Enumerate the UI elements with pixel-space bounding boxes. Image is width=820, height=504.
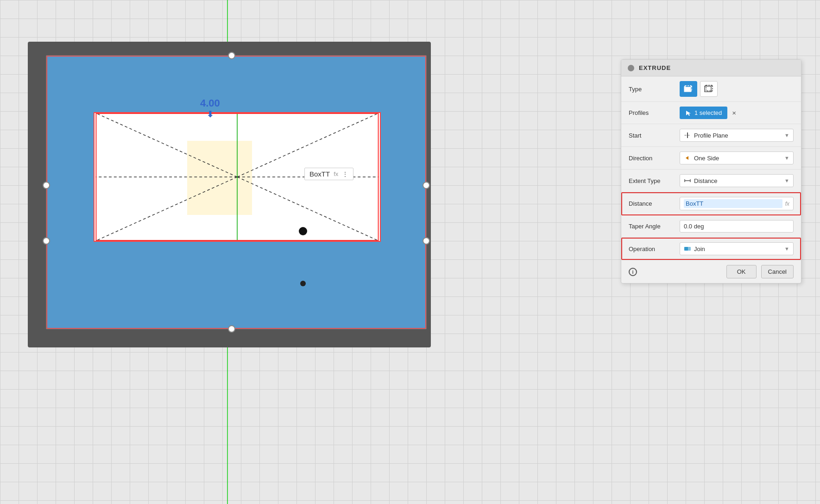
- taper-angle-control: [680, 220, 794, 233]
- type-btn-thin[interactable]: [700, 81, 718, 97]
- join-icon: [684, 245, 691, 252]
- 3d-viewport[interactable]: 4.00 ⬇ BoxTT fx ⋮: [28, 42, 431, 347]
- ok-button[interactable]: OK: [726, 265, 757, 278]
- dimension-arrow-icon: ⬇: [207, 109, 214, 120]
- start-value: Profile Plane: [694, 132, 728, 139]
- type-row: Type: [621, 76, 801, 102]
- svg-marker-25: [686, 156, 688, 160]
- distance-label: Distance: [629, 200, 675, 207]
- 3d-box-outer: 4.00 ⬇ BoxTT fx ⋮: [28, 42, 431, 347]
- direction-control: One Side ▼: [680, 151, 794, 164]
- distance-value-text[interactable]: BoxTT: [684, 199, 782, 208]
- blue-face: 4.00 ⬇ BoxTT fx ⋮: [46, 56, 426, 329]
- boxtt-fx-label: fx: [334, 170, 338, 177]
- profiles-selected-text: 1 selected: [694, 109, 722, 116]
- type-control: [680, 81, 794, 97]
- direction-value: One Side: [694, 155, 719, 162]
- top-handle[interactable]: [228, 52, 235, 59]
- profiles-selected-wrapper: 1 selected ×: [680, 107, 736, 119]
- dimension-value: 4.00: [200, 97, 220, 109]
- profiles-selected-button[interactable]: 1 selected: [680, 107, 727, 119]
- direction-icon: [684, 154, 691, 162]
- distance-fx-label: fx: [785, 201, 789, 207]
- direction-dropdown[interactable]: One Side ▼: [680, 151, 794, 164]
- profile-plane-icon: [684, 132, 691, 139]
- operation-value: Join: [694, 246, 705, 252]
- operation-label: Operation: [629, 246, 675, 252]
- center-dot: [299, 227, 307, 235]
- right-handle[interactable]: [423, 182, 430, 189]
- info-icon[interactable]: i: [629, 268, 637, 276]
- distance-input-wrapper[interactable]: BoxTT fx: [680, 197, 794, 210]
- extent-type-dropdown[interactable]: Distance ▼: [680, 174, 794, 187]
- operation-dropdown-arrow-icon: ▼: [784, 246, 789, 252]
- svg-marker-22: [686, 111, 691, 116]
- extent-type-row: Extent Type Distance ▼: [621, 170, 801, 192]
- extent-type-dropdown-inner: Distance: [684, 177, 718, 184]
- extrude-panel: EXTRUDE Type: [621, 59, 801, 284]
- distance-row: Distance BoxTT fx: [621, 192, 801, 215]
- cursor-icon: [685, 110, 692, 116]
- taper-angle-label: Taper Angle: [629, 223, 675, 230]
- panel-body: Type: [621, 76, 801, 260]
- profiles-label: Profiles: [629, 109, 675, 116]
- direction-dropdown-arrow-icon: ▼: [784, 155, 789, 161]
- cancel-button[interactable]: Cancel: [761, 265, 794, 278]
- profiles-row: Profiles 1 selected ×: [621, 102, 801, 124]
- direction-label: Direction: [629, 155, 675, 162]
- boxtt-popup[interactable]: BoxTT fx ⋮: [304, 168, 353, 180]
- panel-footer: i OK Cancel: [621, 260, 801, 283]
- type-label: Type: [629, 86, 675, 93]
- panel-title: EXTRUDE: [639, 64, 671, 71]
- panel-header: EXTRUDE: [621, 60, 801, 76]
- start-control: Profile Plane ▼: [680, 129, 794, 142]
- bottom-dot: [300, 281, 306, 286]
- start-dropdown-arrow-icon: ▼: [784, 132, 789, 138]
- left-handle[interactable]: [43, 182, 50, 189]
- start-row: Start Profile Plane ▼: [621, 124, 801, 147]
- svg-line-3: [237, 177, 379, 241]
- extent-type-dropdown-arrow-icon: ▼: [784, 178, 789, 183]
- start-dropdown[interactable]: Profile Plane ▼: [680, 129, 794, 142]
- operation-control: Join ▼: [680, 242, 794, 255]
- boxtt-name: BoxTT: [309, 170, 330, 178]
- operation-row: Operation Join ▼: [621, 238, 801, 260]
- profiles-control: 1 selected ×: [680, 107, 794, 119]
- direction-row: Direction One Side ▼: [621, 147, 801, 170]
- extent-type-control: Distance ▼: [680, 174, 794, 187]
- start-label: Start: [629, 132, 675, 139]
- taper-angle-row: Taper Angle: [621, 215, 801, 238]
- solid-extrude-icon: [683, 84, 694, 94]
- bottom-handle[interactable]: [228, 325, 235, 333]
- extent-type-label: Extent Type: [629, 177, 675, 184]
- distance-icon: [684, 177, 691, 184]
- operation-dropdown[interactable]: Join ▼: [680, 242, 794, 255]
- right-handle-2[interactable]: [423, 237, 430, 245]
- left-handle-2[interactable]: [43, 237, 50, 245]
- svg-line-2: [95, 177, 237, 241]
- profiles-clear-button[interactable]: ×: [732, 109, 736, 117]
- start-dropdown-inner: Profile Plane: [684, 132, 728, 139]
- svg-line-0: [95, 113, 237, 177]
- direction-dropdown-inner: One Side: [684, 154, 719, 162]
- distance-control: BoxTT fx: [680, 197, 794, 210]
- svg-rect-30: [687, 247, 691, 251]
- dimension-label: 4.00 ⬇: [200, 97, 220, 120]
- type-btn-solid[interactable]: [680, 81, 697, 97]
- operation-dropdown-inner: Join: [684, 245, 705, 252]
- thin-extrude-icon: [704, 84, 714, 94]
- boxtt-menu-icon[interactable]: ⋮: [342, 170, 348, 178]
- taper-angle-input[interactable]: [680, 220, 794, 233]
- panel-icon: [628, 65, 634, 71]
- extent-type-value: Distance: [694, 177, 718, 184]
